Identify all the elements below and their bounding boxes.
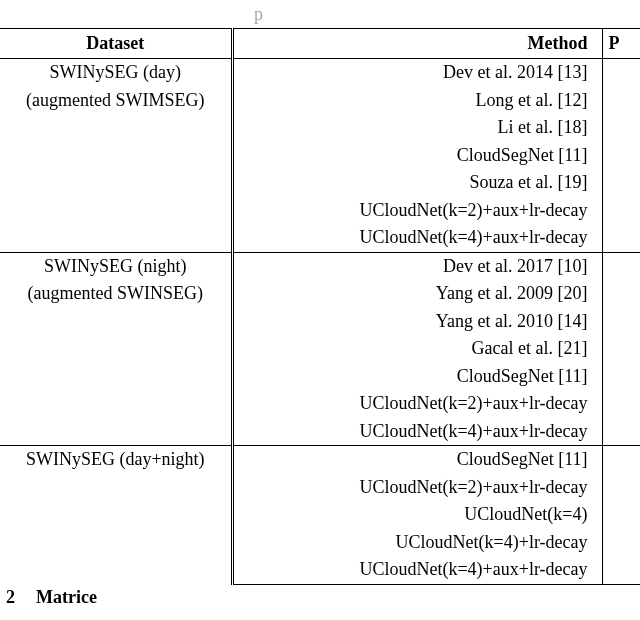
method-cell: UCloudNet(k=2)+aux+lr-decay — [232, 390, 602, 418]
p-cell — [602, 59, 640, 87]
method-cell: Yang et al. 2010 [14] — [232, 308, 602, 336]
p-cell — [602, 418, 640, 446]
col-method: Method — [232, 29, 602, 59]
p-cell — [602, 474, 640, 502]
p-cell — [602, 197, 640, 225]
method-cell: UCloudNet(k=4)+aux+lr-decay — [232, 224, 602, 252]
dataset-line: (augmented SWINSEG) — [10, 280, 221, 308]
table-row: SWINySEG (day)(augmented SWIMSEG)Dev et … — [0, 59, 640, 87]
dataset-line: (augmented SWIMSEG) — [10, 87, 221, 115]
method-cell: Gacal et al. [21] — [232, 335, 602, 363]
p-cell — [602, 114, 640, 142]
method-cell: CloudSegNet [11] — [232, 142, 602, 170]
method-cell: UCloudNet(k=4)+aux+lr-decay — [232, 418, 602, 446]
col-p: P — [602, 29, 640, 59]
method-cell: CloudSegNet [11] — [232, 363, 602, 391]
col-dataset: Dataset — [0, 29, 232, 59]
dataset-cell: SWINySEG (night)(augmented SWINSEG) — [0, 252, 232, 446]
p-cell — [602, 87, 640, 115]
caption-fragment: p — [254, 4, 263, 25]
section-number: 2 — [6, 587, 15, 608]
method-cell: UCloudNet(k=4)+lr-decay — [232, 529, 602, 557]
method-cell: UCloudNet(k=4)+aux+lr-decay — [232, 556, 602, 584]
results-table: Dataset Method P SWINySEG (day)(augmente… — [0, 28, 640, 585]
method-cell: UCloudNet(k=2)+aux+lr-decay — [232, 197, 602, 225]
method-cell: Souza et al. [19] — [232, 169, 602, 197]
method-cell: Yang et al. 2009 [20] — [232, 280, 602, 308]
p-cell — [602, 556, 640, 584]
dataset-line: SWINySEG (day) — [10, 59, 221, 87]
method-cell: UCloudNet(k=4) — [232, 501, 602, 529]
table-row: SWINySEG (day+night)CloudSegNet [11] — [0, 446, 640, 474]
p-cell — [602, 169, 640, 197]
dataset-line: SWINySEG (night) — [10, 253, 221, 281]
section-title-fragment: Matrice — [36, 587, 97, 608]
p-cell — [602, 280, 640, 308]
p-cell — [602, 529, 640, 557]
p-cell — [602, 252, 640, 280]
p-cell — [602, 363, 640, 391]
method-cell: UCloudNet(k=2)+aux+lr-decay — [232, 474, 602, 502]
p-cell — [602, 308, 640, 336]
table-header-row: Dataset Method P — [0, 29, 640, 59]
p-cell — [602, 335, 640, 363]
method-cell: Dev et al. 2017 [10] — [232, 252, 602, 280]
dataset-line: SWINySEG (day+night) — [10, 446, 221, 474]
p-cell — [602, 224, 640, 252]
method-cell: Li et al. [18] — [232, 114, 602, 142]
p-cell — [602, 446, 640, 474]
p-cell — [602, 142, 640, 170]
dataset-cell: SWINySEG (day)(augmented SWIMSEG) — [0, 59, 232, 253]
method-cell: Dev et al. 2014 [13] — [232, 59, 602, 87]
p-cell — [602, 390, 640, 418]
method-cell: CloudSegNet [11] — [232, 446, 602, 474]
dataset-cell: SWINySEG (day+night) — [0, 446, 232, 585]
table-row: SWINySEG (night)(augmented SWINSEG)Dev e… — [0, 252, 640, 280]
method-cell: Long et al. [12] — [232, 87, 602, 115]
p-cell — [602, 501, 640, 529]
